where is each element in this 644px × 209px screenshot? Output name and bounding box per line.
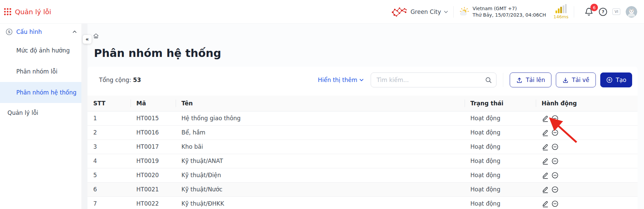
cell-code: HT0015 (131, 111, 176, 125)
create-button[interactable]: Tạo (600, 72, 632, 87)
table-row[interactable]: 2 HT0016 Bể, hầm Hoạt động (87, 125, 638, 140)
table-row[interactable]: 4 HT0019 Kỹ thuật/ANAT Hoạt động (87, 154, 638, 168)
search-icon[interactable] (485, 77, 492, 84)
cell-stt: 3 (87, 140, 131, 154)
sidebar-group-config[interactable]: S Cấu hình (0, 24, 81, 40)
chevron-up-icon (73, 30, 77, 33)
cell-actions (536, 182, 638, 196)
col-hanh-dong: Hành động (536, 96, 638, 111)
cell-stt: 5 (87, 168, 131, 182)
main-content: Phân nhóm hệ thống Tổng cộng: 53 Hiển th… (87, 24, 644, 209)
edit-button[interactable] (542, 129, 549, 137)
edit-button[interactable] (542, 171, 549, 179)
upload-icon (516, 77, 523, 83)
divider (574, 6, 574, 18)
edit-button[interactable] (542, 200, 549, 208)
cell-code: HT0022 (131, 196, 176, 209)
sidebar-group-label: Cấu hình (16, 28, 42, 35)
minus-circle-icon (551, 200, 559, 207)
deactivate-button[interactable] (551, 115, 559, 122)
notifications-button[interactable]: 6 (584, 7, 593, 16)
user-avatar[interactable] (626, 6, 637, 18)
locale-block: Vietnam (GMT +7) Thứ Bảy, 15/07/2023, 04… (459, 5, 546, 18)
divider (453, 6, 454, 18)
latency-value: 146ms (553, 14, 568, 19)
latency-block: 146ms (553, 4, 568, 19)
minus-circle-icon (551, 158, 559, 165)
deactivate-button[interactable] (551, 129, 559, 136)
cell-code: HT0021 (131, 182, 176, 196)
table-row[interactable]: 6 HT0021 Kỹ thuật/Nước Hoạt động (87, 182, 638, 196)
signal-bars-icon (555, 4, 567, 13)
cell-status: Hoạt động (465, 154, 536, 168)
show-more-dropdown[interactable]: Hiển thị thêm (318, 77, 364, 83)
edit-button[interactable] (542, 114, 549, 122)
pencil-icon (542, 200, 549, 208)
cell-stt: 2 (87, 125, 131, 140)
table-row[interactable]: 5 HT0020 Kỹ thuật/Điện Hoạt động (87, 168, 638, 182)
cell-stt: 6 (87, 182, 131, 196)
datetime-label: Thứ Bảy, 15/07/2023, 04:06CH (473, 12, 546, 18)
minus-circle-icon (551, 115, 559, 122)
topbar: Quản lý lỗi Green City (0, 0, 644, 24)
app-grid-icon[interactable] (4, 8, 11, 15)
divider (503, 73, 503, 87)
edit-button[interactable] (542, 143, 549, 151)
pencil-icon (542, 157, 549, 165)
search-input[interactable] (376, 76, 485, 84)
pencil-icon (542, 114, 549, 122)
edit-button[interactable] (542, 157, 549, 165)
tenant-selector[interactable]: Green City (391, 6, 448, 17)
cell-name: Kho bãi (176, 140, 465, 154)
sidebar: S Cấu hình Mức độ ảnh hưởng Phân nhóm lỗ… (0, 24, 81, 209)
sidebar-collapse-button[interactable]: « (83, 35, 92, 44)
deactivate-button[interactable] (551, 172, 559, 179)
breadcrumb[interactable] (93, 33, 99, 39)
cell-actions (536, 125, 638, 140)
sidebar-item-muc-do-anh-huong[interactable]: Mức độ ảnh hưởng (0, 40, 81, 61)
app-title: Quản lý lỗi (15, 8, 51, 16)
cell-name: Kỹ thuật/Nước (176, 182, 465, 196)
download-icon (562, 77, 569, 83)
cell-actions (536, 111, 638, 125)
upload-button[interactable]: Tải lên (510, 72, 551, 87)
table-row[interactable]: 1 HT0015 Hệ thống giao thông Hoạt động (87, 111, 638, 125)
table-row[interactable]: 7 HT0022 Kỹ thuật/ĐHKK Hoạt động (87, 196, 638, 209)
minus-circle-icon (551, 143, 559, 150)
question-mark-icon: ? (602, 9, 604, 14)
table-header-row: STT Mã Tên Trạng thái Hành động (87, 96, 638, 111)
edit-button[interactable] (542, 186, 549, 193)
sidebar-item-phan-nhom-loi[interactable]: Phân nhóm lỗi (0, 61, 81, 82)
chevron-down-icon (359, 79, 364, 81)
app-brand: Quản lý lỗi (4, 8, 51, 16)
table-row[interactable]: 3 HT0017 Kho bãi Hoạt động (87, 140, 638, 154)
toolbar: Tổng cộng: 53 Hiển thị thêm (99, 72, 632, 87)
cell-name: Kỹ thuật/Điện (176, 168, 465, 182)
weather-sun-cloud-icon (459, 6, 470, 17)
pencil-icon (542, 171, 549, 179)
col-ma: Mã (131, 96, 176, 111)
cell-name: Kỹ thuật/ANAT (176, 154, 465, 168)
deactivate-button[interactable] (551, 158, 559, 165)
data-table: STT Mã Tên Trạng thái Hành động 1 HT0015… (87, 96, 638, 209)
cell-code: HT0016 (131, 125, 176, 140)
pencil-icon (542, 143, 549, 151)
deactivate-button[interactable] (551, 143, 559, 150)
language-switcher[interactable]: VI (612, 8, 620, 15)
help-button[interactable]: ? (599, 8, 607, 16)
download-button[interactable]: Tải về (556, 72, 596, 87)
page-title: Phân nhóm hệ thống (94, 47, 221, 60)
cell-status: Hoạt động (465, 168, 536, 182)
col-ten: Tên (176, 96, 465, 111)
total-count: Tổng cộng: 53 (99, 77, 141, 83)
cell-stt: 1 (87, 111, 131, 125)
cell-code: HT0017 (131, 140, 176, 154)
deactivate-button[interactable] (551, 200, 559, 207)
sidebar-item-phan-nhom-he-thong[interactable]: Phân nhóm hệ thống (0, 82, 81, 103)
minus-circle-icon (551, 186, 559, 193)
minus-circle-icon (551, 172, 559, 179)
cell-stt: 4 (87, 154, 131, 168)
deactivate-button[interactable] (551, 186, 559, 193)
sidebar-item-quan-ly-loi[interactable]: Quản lý lỗi (0, 103, 81, 123)
cell-name: Bể, hầm (176, 125, 465, 140)
